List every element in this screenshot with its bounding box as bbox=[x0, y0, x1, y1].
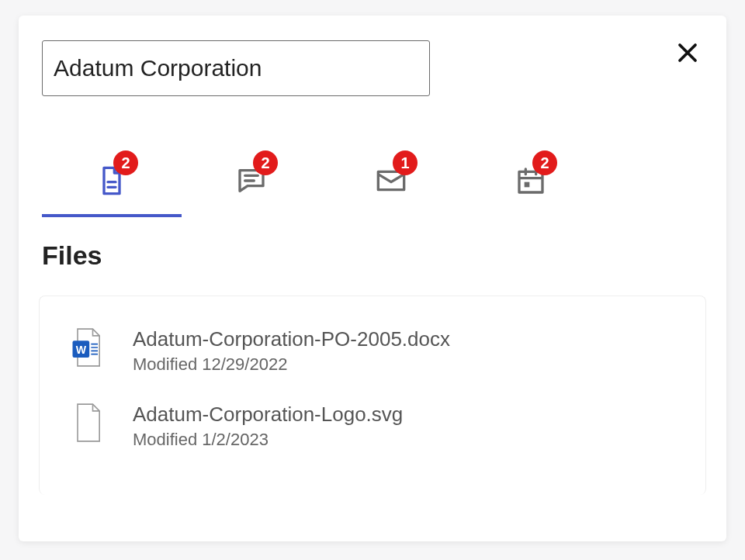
svg-rect-1 bbox=[519, 171, 542, 192]
close-button[interactable] bbox=[674, 39, 702, 67]
generic-file-icon bbox=[68, 403, 108, 443]
file-row[interactable]: W Adatum-Corporation-PO-2005.docx Modifi… bbox=[40, 313, 705, 389]
close-icon bbox=[676, 41, 699, 64]
svg-text:W: W bbox=[76, 344, 87, 356]
file-meta: Adatum-Corporation-Logo.svg Modified 1/2… bbox=[133, 403, 403, 450]
tab-calendar[interactable]: 2 bbox=[461, 147, 601, 217]
tab-files[interactable]: 2 bbox=[42, 147, 182, 217]
file-results: W Adatum-Corporation-PO-2005.docx Modifi… bbox=[39, 296, 706, 495]
tab-calendar-badge: 2 bbox=[532, 150, 557, 175]
tab-messages[interactable]: 2 bbox=[182, 147, 321, 217]
file-name: Adatum-Corporation-Logo.svg bbox=[133, 403, 403, 427]
tab-mail-badge: 1 bbox=[393, 150, 418, 175]
search-wrap bbox=[42, 40, 703, 96]
result-tabs: 2 2 1 2 bbox=[42, 147, 703, 217]
file-modified: Modified 12/29/2022 bbox=[133, 354, 450, 375]
tab-messages-badge: 2 bbox=[253, 150, 278, 175]
word-file-icon: W bbox=[68, 327, 108, 368]
file-modified: Modified 1/2/2023 bbox=[133, 430, 403, 450]
file-name: Adatum-Corporation-PO-2005.docx bbox=[133, 327, 450, 351]
svg-rect-2 bbox=[525, 182, 530, 188]
tab-files-badge: 2 bbox=[113, 150, 138, 175]
file-meta: Adatum-Corporation-PO-2005.docx Modified… bbox=[133, 327, 450, 375]
search-panel: 2 2 1 2 Files bbox=[19, 16, 726, 541]
section-title: Files bbox=[42, 240, 703, 271]
file-row[interactable]: Adatum-Corporation-Logo.svg Modified 1/2… bbox=[40, 389, 705, 464]
tab-mail[interactable]: 1 bbox=[321, 147, 461, 217]
search-input[interactable] bbox=[42, 40, 430, 96]
